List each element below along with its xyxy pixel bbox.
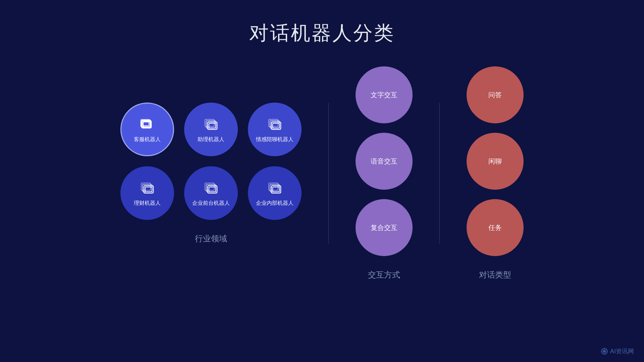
snowflake-icon — [601, 348, 608, 355]
divider-2 — [439, 103, 440, 244]
circle-neibu[interactable]: 企业内部机器人 — [248, 166, 302, 220]
dialog-circles: 问答 闲聊 任务 — [467, 66, 524, 256]
interaction-label: 交互方式 — [368, 269, 400, 280]
circle-wenda[interactable]: 问答 — [467, 66, 524, 123]
circle-renwu[interactable]: 任务 — [467, 199, 524, 256]
industry-grid: 客服机器人 助理机器人 情感陪聊机器人 — [120, 103, 302, 220]
circle-xianliao[interactable]: 闲聊 — [467, 133, 524, 190]
circle-neibu-label: 企业内部机器人 — [256, 200, 293, 207]
circle-fuhe-label: 复合交互 — [371, 223, 397, 232]
circle-yuyin-label: 语音交互 — [371, 157, 397, 166]
section-interaction: 文字交互 语音交互 复合交互 交互方式 — [356, 66, 413, 280]
circle-xianliao-label: 闲聊 — [488, 157, 502, 166]
circle-wenzi-label: 文字交互 — [371, 90, 397, 100]
circle-wenda-label: 问答 — [488, 90, 502, 100]
circle-qiantai[interactable]: 企业前台机器人 — [184, 166, 238, 220]
dialog-label: 对话类型 — [479, 269, 511, 280]
circle-qinggan-label: 情感陪聊机器人 — [256, 136, 293, 143]
circle-zhuli[interactable]: 助理机器人 — [184, 103, 238, 156]
page-title: 对话机器人分类 — [0, 0, 644, 46]
robot-icon-kefu — [139, 116, 156, 133]
circle-qinggan[interactable]: 情感陪聊机器人 — [248, 103, 302, 156]
robot-icon-qinggan — [266, 116, 283, 133]
circle-licai-label: 理财机器人 — [134, 200, 161, 207]
robot-icon-neibu — [266, 180, 283, 197]
circle-zhuli-label: 助理机器人 — [198, 136, 224, 143]
industry-label: 行业领域 — [195, 233, 227, 244]
main-content: 客服机器人 助理机器人 情感陪聊机器人 — [0, 66, 644, 280]
circle-wenzi[interactable]: 文字交互 — [356, 66, 413, 123]
interaction-circles: 文字交互 语音交互 复合交互 — [356, 66, 413, 256]
robot-icon-licai — [139, 180, 156, 197]
circle-kefu-label: 客服机器人 — [134, 136, 161, 143]
robot-icon-zhuli — [202, 116, 220, 133]
section-dialog: 问答 闲聊 任务 对话类型 — [467, 66, 524, 280]
section-industry: 客服机器人 助理机器人 情感陪聊机器人 — [120, 103, 302, 244]
circle-fuhe[interactable]: 复合交互 — [356, 199, 413, 256]
divider-1 — [328, 103, 329, 244]
watermark: AI资讯网 — [601, 347, 634, 355]
circle-yuyin[interactable]: 语音交互 — [356, 133, 413, 190]
circle-renwu-label: 任务 — [488, 223, 502, 232]
circle-kefu[interactable]: 客服机器人 — [120, 103, 174, 156]
robot-icon-qiantai — [202, 180, 220, 197]
watermark-text: AI资讯网 — [610, 347, 634, 355]
circle-licai[interactable]: 理财机器人 — [120, 166, 174, 220]
circle-qiantai-label: 企业前台机器人 — [192, 200, 230, 207]
